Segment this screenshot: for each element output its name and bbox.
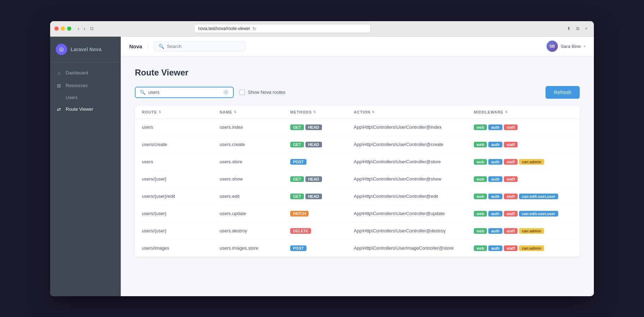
sidebar-logo: ◎ Laravel Nova bbox=[50, 37, 121, 62]
sort-middleware-icon: ⇅ bbox=[505, 110, 508, 114]
cell-middleware: web auth staff can:admin bbox=[474, 159, 573, 165]
share-button[interactable]: ⬆ bbox=[565, 25, 573, 32]
forward-button[interactable]: › bbox=[82, 25, 87, 32]
sort-name-icon: ⇅ bbox=[234, 110, 237, 114]
badge-get: GET bbox=[290, 194, 304, 199]
title-bar: ‹ › ⊡ nova.test/nova/route-viewer ↻ ⬆ ⧉ … bbox=[50, 21, 594, 37]
cell-route: users/{user}/edit bbox=[142, 194, 220, 199]
badge-patch: PATCH bbox=[290, 211, 309, 217]
cell-action: App\Http\Controllers\UserController@show bbox=[354, 176, 474, 182]
cell-name: users.show bbox=[220, 176, 290, 182]
cell-name: users.destroy bbox=[220, 228, 290, 233]
maximize-button[interactable] bbox=[67, 26, 71, 31]
badge-can-edit-user: can:edit-user,user bbox=[519, 211, 558, 217]
close-button[interactable] bbox=[54, 26, 59, 31]
col-methods[interactable]: METHODS ⇅ bbox=[290, 110, 354, 114]
badge-web: web bbox=[474, 245, 487, 251]
reader-button[interactable]: ⊡ bbox=[88, 25, 96, 32]
cell-action: App\Http\Controllers\UserImageController… bbox=[354, 245, 474, 251]
badge-get: GET bbox=[290, 176, 304, 182]
cell-route: users/{user} bbox=[142, 176, 220, 182]
sidebar-item-resources[interactable]: ⊞ Resources bbox=[50, 79, 121, 92]
sidebar-item-dashboard[interactable]: ⌂ Dashboard bbox=[50, 67, 121, 79]
sidebar-item-label-dashboard: Dashboard bbox=[66, 70, 88, 75]
badge-staff: staff bbox=[504, 142, 518, 147]
back-button[interactable]: ‹ bbox=[76, 25, 81, 32]
header-search[interactable]: 🔍 bbox=[154, 41, 246, 51]
user-menu[interactable]: SB Sara Bine ▾ bbox=[547, 41, 585, 52]
cell-middleware: web auth staff can:edit-user,user bbox=[474, 211, 573, 217]
badge-web: web bbox=[474, 124, 487, 130]
search-input[interactable] bbox=[167, 44, 241, 49]
avatar: SB bbox=[547, 41, 558, 52]
table-row: users/{user} users.destroy DELETE App\Ht… bbox=[135, 222, 580, 240]
badge-web: web bbox=[474, 211, 487, 217]
cell-middleware: web auth staff bbox=[474, 142, 573, 147]
col-name[interactable]: NAME ⇅ bbox=[220, 110, 290, 114]
cell-route: users/create bbox=[142, 142, 220, 147]
badge-auth: auth bbox=[488, 176, 502, 182]
show-nova-label: Show Nova routes bbox=[248, 90, 285, 95]
url-bar[interactable]: nova.test/nova/route-viewer ↻ bbox=[194, 24, 371, 33]
cell-name: users.update bbox=[220, 211, 290, 216]
top-header: Nova 🔍 SB Sara Bine ▾ bbox=[121, 37, 594, 56]
home-icon: ⌂ bbox=[56, 70, 62, 76]
sidebar-item-label-users: Users bbox=[66, 95, 78, 100]
sidebar-item-users[interactable]: Users bbox=[50, 92, 121, 103]
minimize-button[interactable] bbox=[61, 26, 65, 31]
filter-input[interactable] bbox=[148, 90, 220, 95]
badge-auth: auth bbox=[488, 211, 502, 217]
cell-route: users bbox=[142, 159, 220, 164]
badge-head: HEAD bbox=[305, 124, 322, 130]
badge-get: GET bbox=[290, 142, 304, 147]
badge-head: HEAD bbox=[305, 194, 322, 199]
search-icon: 🔍 bbox=[159, 44, 164, 49]
refresh-button[interactable]: Refresh bbox=[545, 86, 580, 99]
sidebar-item-route-viewer[interactable]: ⇄ Route Viewer bbox=[50, 103, 121, 116]
filter-input-container[interactable]: 🔍 ✕ bbox=[135, 87, 234, 98]
cell-action: App\Http\Controllers\UserController@stor… bbox=[354, 159, 474, 164]
table-row: users users.index GET HEAD App\Http\Cont… bbox=[135, 119, 580, 136]
badge-staff: staff bbox=[504, 124, 518, 130]
sort-methods-icon: ⇅ bbox=[313, 110, 316, 114]
col-middleware[interactable]: MIDDLEWARE ⇅ bbox=[474, 110, 573, 114]
app-layout: ◎ Laravel Nova ⌂ Dashboard ⊞ Resources U… bbox=[50, 37, 594, 296]
badge-web: web bbox=[474, 176, 487, 182]
cell-methods: GET HEAD bbox=[290, 194, 354, 199]
filter-search-icon: 🔍 bbox=[140, 90, 145, 95]
reload-icon[interactable]: ↻ bbox=[252, 26, 256, 31]
cell-methods: POST bbox=[290, 245, 354, 251]
table-row: users/{user} users.show GET HEAD App\Htt… bbox=[135, 171, 580, 188]
cell-action: App\Http\Controllers\UserController@crea… bbox=[354, 142, 474, 147]
mac-window: ‹ › ⊡ nova.test/nova/route-viewer ↻ ⬆ ⧉ … bbox=[50, 21, 594, 296]
sidebar-nav: ⌂ Dashboard ⊞ Resources Users ⇄ Route Vi… bbox=[50, 62, 121, 296]
table-header: ROUTE ⇅ NAME ⇅ METHODS ⇅ ACTION bbox=[135, 106, 580, 119]
url-text: nova.test/nova/route-viewer bbox=[198, 26, 250, 31]
sort-route-icon: ⇅ bbox=[159, 110, 162, 114]
add-button[interactable]: + bbox=[583, 25, 590, 32]
table-row: users/{user}/edit users.edit GET HEAD Ap… bbox=[135, 188, 580, 205]
chevron-down-icon: ▾ bbox=[584, 44, 585, 48]
routes-table: ROUTE ⇅ NAME ⇅ METHODS ⇅ ACTION bbox=[135, 106, 580, 257]
badge-delete: DELETE bbox=[290, 228, 311, 234]
clear-icon[interactable]: ✕ bbox=[223, 90, 229, 95]
cell-name: users.images.store bbox=[220, 245, 290, 251]
badge-web: web bbox=[474, 159, 487, 165]
show-nova-checkbox[interactable] bbox=[239, 90, 245, 95]
new-tab-button[interactable]: ⧉ bbox=[574, 25, 582, 32]
cell-middleware: web auth staff can:admin bbox=[474, 245, 573, 251]
cell-methods: DELETE bbox=[290, 228, 354, 234]
badge-staff: staff bbox=[504, 194, 518, 199]
badge-can-admin: can:admin bbox=[519, 245, 544, 251]
col-action[interactable]: ACTION ⇅ bbox=[354, 110, 474, 114]
badge-web: web bbox=[474, 228, 487, 234]
show-nova-routes-toggle[interactable]: Show Nova routes bbox=[239, 90, 285, 95]
page-title: Route Viewer bbox=[135, 68, 580, 78]
badge-auth: auth bbox=[488, 228, 502, 234]
table-row: users/create users.create GET HEAD App\H… bbox=[135, 136, 580, 153]
cell-name: users.index bbox=[220, 124, 290, 130]
cell-methods: GET HEAD bbox=[290, 124, 354, 130]
sort-action-icon: ⇅ bbox=[372, 110, 375, 114]
cell-action: App\Http\Controllers\UserController@upda… bbox=[354, 211, 474, 216]
col-route[interactable]: ROUTE ⇅ bbox=[142, 110, 220, 114]
